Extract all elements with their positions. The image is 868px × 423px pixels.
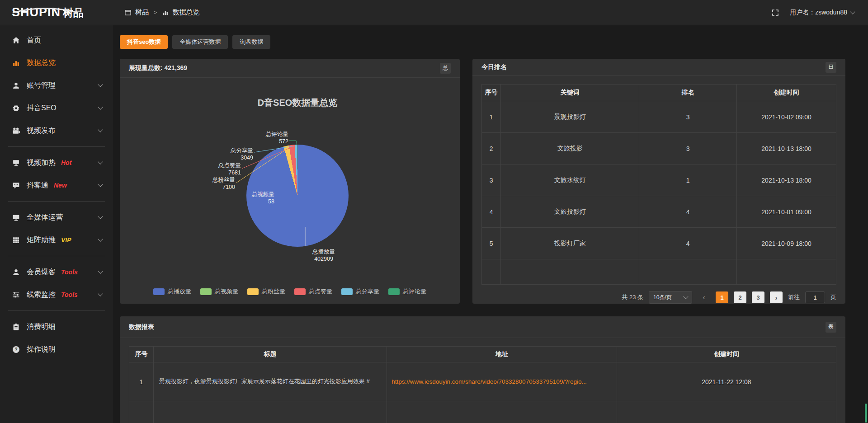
tab-inquiry[interactable]: 询盘数据 [232,35,270,49]
table-row-partial [129,401,836,423]
table-header-row: 序号 关键词 排名 创建时间 [481,84,836,101]
report-card-title: 数据报表 [129,323,154,331]
legend-swatch [247,288,259,295]
sidebar-item-doukeotong[interactable]: 抖客通 New [0,174,113,197]
screen-board-icon [12,159,20,167]
page-button-1[interactable]: 1 [716,291,728,303]
logo-arc-icon [11,7,80,15]
legend-item-likes[interactable]: 总点赞量 [294,287,332,296]
breadcrumb-current: 数据总览 [173,8,200,17]
legend-swatch [341,288,353,295]
chart-legend: 总播放量 总视频量 总粉丝量 总点赞量 总分享量 总评论量 [120,287,460,296]
legend-swatch [200,288,212,295]
breadcrumb-root[interactable]: 树品 [135,8,149,17]
video-camera-icon [12,127,20,135]
overview-total-label: 展现量总数: 421,369 [129,64,187,72]
tools-badge: Tools [61,291,78,298]
chevron-down-icon [850,9,855,14]
scrollbar-thumb[interactable] [865,404,867,423]
ranking-card-title: 今日排名 [481,63,507,71]
user-menu[interactable]: 用户名：zswodun88 [790,9,854,17]
clipboard-icon [12,323,20,331]
question-circle-icon: ? [12,346,20,353]
sidebar-item-label: 会员爆客 [27,268,56,277]
table-row: 3 文旅水纹灯 1 2021-10-13 18:00 [481,164,836,196]
vip-badge: VIP [61,236,71,244]
prev-page-button[interactable]: ‹ [698,291,710,303]
sidebar-item-home[interactable]: 首页 [0,29,113,52]
sidebar-item-label: 抖音SEO [27,103,57,113]
header-right: 用户名：zswodun88 [772,9,868,17]
today-ranking-card: 今日排名 日 序号 关键词 排名 创建时间 1 景观投影灯 3 2021-10-… [472,59,845,304]
pie-label-likes: 总点赞量7681 [208,162,241,177]
sidebar-item-douyin-seo[interactable]: 抖音SEO [0,97,113,119]
top-header: SHUPIN 树品 树品 > 数据总览 用户名：zswodun88 [0,0,868,25]
table-row-empty [481,259,836,285]
legend-item-plays[interactable]: 总播放量 [153,287,191,296]
person-icon [12,268,20,276]
legend-swatch [153,288,165,295]
table-toggle-button[interactable]: 表 [826,322,836,333]
page-button-2[interactable]: 2 [734,291,746,303]
pie-label-shares: 总分享量3049 [221,147,253,162]
sidebar-item-label: 线索监控 [27,290,56,300]
legend-item-fans[interactable]: 总粉丝量 [247,287,285,296]
pie-label-fans: 总粉丝量7100 [203,176,235,191]
report-table: 序号 标题 地址 创建时间 1 景观投影灯，夜游景观投影灯厂家展示展示落花灯在花… [129,346,836,423]
sidebar-divider [8,201,105,202]
tools-badge: Tools [61,268,78,276]
goto-unit-label: 页 [830,293,836,301]
sliders-icon [12,291,20,299]
legend-swatch [388,288,400,295]
gear-icon [12,104,20,112]
video-url-cell: https://www.iesdouyin.com/share/video/70… [387,362,617,401]
total-count-label: 共 23 条 [622,293,643,301]
chevron-down-icon [98,82,103,87]
sidebar-item-account[interactable]: 账号管理 [0,74,113,97]
page-size-select[interactable]: 10条/页 [649,291,692,304]
fullscreen-icon[interactable] [772,9,779,16]
daily-toggle-button[interactable]: 日 [826,62,836,73]
chevron-down-icon [98,236,103,241]
table-row: 2 文旅投影 3 2021-10-13 18:00 [481,133,836,164]
sidebar-item-consumption[interactable]: 消费明细 [0,315,113,338]
page-button-3[interactable]: 3 [752,291,764,303]
user-icon [12,82,20,89]
video-link[interactable]: https://www.iesdouyin.com/share/video/70… [392,378,587,385]
chat-bubble-icon [12,182,20,189]
grid-icon [12,236,20,244]
next-page-button[interactable]: › [770,291,783,303]
tab-media-operation[interactable]: 全媒体运营数据 [172,35,228,49]
video-title-cell: 景观投影灯，夜游景观投影灯厂家展示展示落花灯在花园里的灯光投影应用效果 # [154,362,387,401]
total-toggle-button[interactable]: 总 [440,63,451,74]
chevron-down-icon [98,268,103,273]
home-icon [12,37,20,44]
legend-item-comments[interactable]: 总评论量 [388,287,426,296]
sidebar-item-media-operation[interactable]: 全媒体运营 [0,206,113,229]
sidebar-item-matrix-boost[interactable]: 矩阵助推 VIP [0,229,113,251]
sidebar-item-label: 矩阵助推 [27,235,56,245]
sidebar-divider [8,310,105,311]
sidebar-item-video-publish[interactable]: 视频发布 [0,119,113,142]
legend-item-videos[interactable]: 总视频量 [200,287,238,296]
sidebar-item-member-tools[interactable]: 会员爆客 Tools [0,261,113,283]
tab-douyin-seo[interactable]: 抖音seo数据 [120,35,168,49]
new-badge: New [54,182,67,189]
table-header-row: 序号 标题 地址 创建时间 [129,346,836,362]
sidebar-item-video-heat[interactable]: 视频加热 Hot [0,151,113,174]
table-row: 5 投影灯厂家 4 2021-10-09 18:00 [481,228,836,259]
chevron-down-icon [98,127,103,132]
table-row: 4 文旅投影灯 4 2021-10-01 09:00 [481,196,836,228]
sidebar-item-data-overview[interactable]: 数据总览 [0,52,113,74]
sidebar-divider [8,146,105,147]
goto-page-input[interactable] [805,291,825,303]
legend-item-shares[interactable]: 总分享量 [341,287,379,296]
pie-chart-area: D音SEO数据量总览 总评论量572 总分享量3049 [120,78,460,303]
sidebar-item-instructions[interactable]: ? 操作说明 [0,338,113,361]
sidebar: 首页 数据总览 账号管理 抖音SEO 视频发布 视频加热 Hot [0,25,113,423]
sidebar-item-clue-monitor[interactable]: 线索监控 Tools [0,283,113,306]
sidebar-item-label: 数据总览 [27,58,56,68]
chevron-down-icon [683,294,688,299]
data-report-card: 数据报表 表 序号 标题 地址 创建时间 1 景观投影灯，夜游景观投影灯厂家展示… [120,316,845,423]
pie-label-plays: 总播放量402909 [304,248,343,263]
